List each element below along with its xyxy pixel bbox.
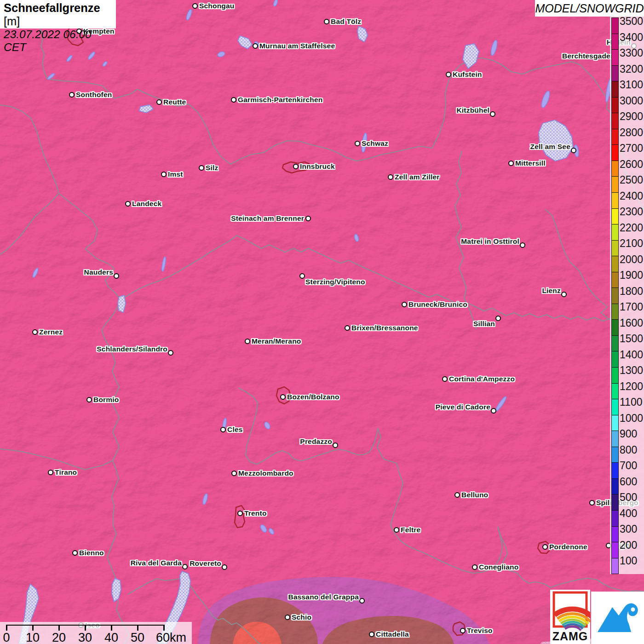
city-label: Schlanders/Silandro — [97, 345, 167, 354]
legend-color-segment — [612, 98, 618, 114]
city-label: Bienno — [79, 548, 104, 558]
city-label: Tirano — [55, 468, 77, 477]
legend-color-segment — [612, 161, 618, 177]
legend-color-segment — [612, 113, 618, 129]
mountain-curl-notch — [631, 608, 635, 612]
scalebar-tick — [6, 625, 7, 631]
legend-tick-label: 100 — [620, 555, 644, 566]
city-dot — [324, 19, 329, 24]
city-dot — [542, 544, 548, 550]
city-dot — [285, 615, 290, 620]
city-dot — [245, 339, 250, 344]
city-label: Cittadella — [376, 630, 409, 639]
city-dot — [472, 564, 477, 570]
city-dot — [156, 99, 162, 105]
legend-tick-label: 3000 — [620, 95, 644, 106]
city-dot — [491, 408, 496, 414]
legend-tick-label: 1800 — [620, 286, 644, 297]
scalebar-tick-label: 60km — [150, 631, 192, 644]
legend-strip: 3500340033003200310030002900280027002600… — [610, 17, 644, 574]
city-dot — [359, 598, 365, 604]
city-dot — [520, 242, 525, 248]
legend-color-segment — [612, 336, 618, 352]
legend-tick-label: 500 — [620, 492, 644, 503]
legend-tick-label: 2200 — [620, 222, 644, 233]
legend-tick-label: 200 — [620, 540, 644, 551]
legend-color-segment — [612, 129, 618, 145]
city-dot — [369, 632, 374, 637]
legend-tick-label: 2100 — [620, 238, 644, 249]
legend-color-segment — [612, 494, 618, 511]
city-dot — [305, 216, 311, 221]
legend-tick-label: 300 — [620, 523, 644, 535]
city-label: Cortina d'Ampezzo — [449, 374, 515, 384]
scalebar-tick — [85, 625, 86, 631]
legend-color-segment — [612, 177, 618, 193]
legend-color-segment — [612, 511, 618, 527]
city-label: Schongau — [199, 1, 235, 11]
city-dot — [345, 325, 350, 331]
city-dot — [69, 92, 75, 98]
legend-tick-label: 1200 — [620, 381, 644, 392]
legend-color-segment — [612, 209, 618, 225]
legend-tick-label: 400 — [620, 508, 644, 519]
city-dot — [86, 397, 92, 402]
city-label: Innsbruck — [300, 162, 335, 171]
city-dot — [495, 316, 501, 321]
city-label: Sonthofen — [76, 90, 112, 99]
legend-color-segment — [612, 558, 618, 574]
legend-color-segment — [612, 145, 618, 161]
city-dot — [192, 3, 198, 9]
city-label: Meran/Merano — [252, 337, 301, 346]
city-label: Bormio — [93, 395, 119, 404]
city-label: Landeck — [132, 199, 161, 208]
scalebar-tick — [111, 625, 112, 631]
city-label: Bassano del Grappa — [288, 592, 359, 602]
city-dot — [237, 511, 243, 516]
city-dot — [454, 492, 460, 498]
city-dot — [48, 470, 53, 475]
city-label: Matrei in Osttirol — [461, 237, 519, 246]
legend-tick-label: 800 — [620, 444, 644, 455]
city-label: Pordenone — [549, 542, 587, 552]
legend-tick-label: 2500 — [620, 174, 644, 185]
legend-color-segment — [612, 431, 618, 447]
legend-tick-label: 1900 — [620, 270, 644, 281]
legend-color-segment — [612, 34, 618, 50]
legend-color-segment — [612, 479, 618, 495]
city-dot — [446, 72, 451, 77]
city-dot — [355, 141, 360, 146]
city-dot — [199, 165, 204, 171]
city-label: Kitzbühel — [456, 106, 489, 115]
legend-color-segment — [612, 351, 618, 368]
legend-color-segment — [612, 50, 618, 66]
zamg-wordmark: ZAMG — [550, 630, 590, 643]
legend-tick-label: 2900 — [620, 111, 644, 122]
legend-color-segment — [612, 256, 618, 272]
legend-color-segment — [612, 368, 618, 384]
city-label: Rovereto — [190, 559, 221, 568]
legend-tick-label: 2700 — [620, 143, 644, 154]
city-dot — [161, 172, 167, 177]
legend-tick-label: 900 — [620, 428, 644, 439]
city-label: Feltre — [401, 525, 420, 535]
city-dot — [182, 564, 188, 569]
city-label: Berchtesgaden — [562, 52, 615, 61]
city-dot — [490, 111, 495, 117]
legend-color-segment — [612, 193, 618, 209]
city-dot — [561, 292, 567, 297]
city-dot — [253, 43, 258, 49]
legend-color-segment — [612, 384, 618, 400]
legend-tick-label: 2300 — [620, 206, 644, 217]
legend-tick-label: 1700 — [620, 301, 644, 312]
page-title: Schneefallgrenze [m] — [4, 1, 116, 28]
legend-colorbar — [611, 17, 619, 574]
legend-color-segment — [612, 66, 618, 82]
city-label: Belluno — [461, 490, 488, 500]
scalebar-tick — [163, 625, 165, 631]
city-label: Nauders — [84, 268, 113, 277]
city-dot — [168, 350, 173, 356]
city-dot — [299, 273, 305, 279]
city-label: Silz — [206, 163, 218, 172]
legend-tick-label: 3400 — [620, 32, 644, 43]
